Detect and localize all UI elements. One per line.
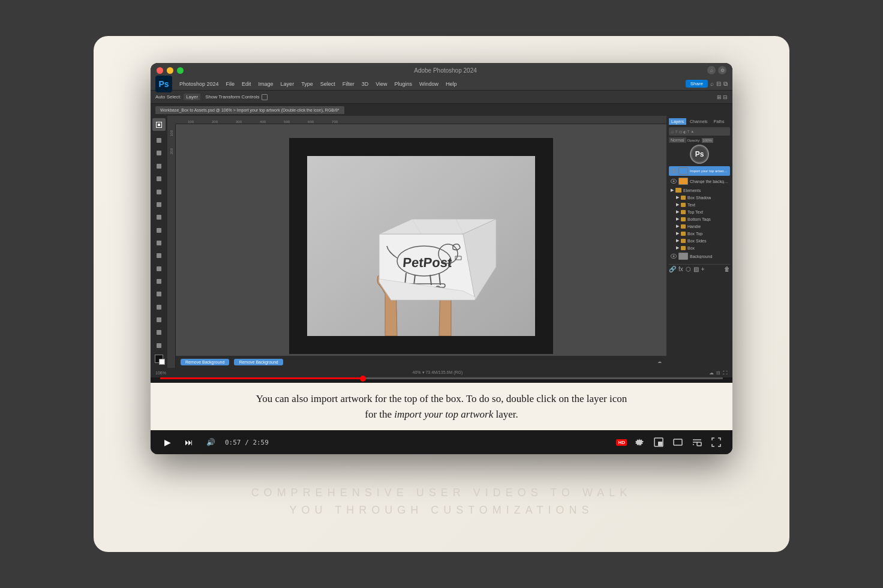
layer-background[interactable]: Background [669, 251, 730, 261]
layer-filter-kind[interactable]: ≡ [675, 130, 678, 134]
ps-select-tool[interactable] [153, 148, 165, 159]
ps-clone-tool[interactable] [153, 224, 165, 236]
opacity-value[interactable]: 100% [702, 138, 713, 143]
layer-folder-bottom-tags[interactable]: ▶ Bottom Tags [669, 215, 730, 223]
ps-heal-tool[interactable] [153, 199, 165, 210]
ps-search-icon[interactable]: ⌕ [710, 80, 714, 87]
show-transform-label: Show Transform Controls [205, 94, 259, 100]
ps-zoom-tool[interactable] [153, 340, 165, 351]
options-auto-select[interactable]: Layer [184, 94, 200, 100]
layer-eye-1[interactable] [671, 169, 677, 173]
menu-3d[interactable]: 3D [362, 81, 369, 87]
layer-filter-adj[interactable]: ◐ [683, 130, 686, 134]
play-button[interactable]: ▶ [160, 435, 175, 449]
link-layers-icon[interactable]: 🔗 [669, 266, 676, 272]
distribute-icon[interactable]: ⊟ [723, 94, 728, 100]
ps-full-btn[interactable]: ⛶ [723, 370, 728, 376]
settings-button[interactable] [633, 436, 646, 449]
mac-close-btn[interactable] [157, 67, 163, 74]
ruler-horizontal: 100 200 300 400 500 600 700 [176, 116, 666, 124]
ps-arrange-icon[interactable]: ⧉ [723, 80, 728, 88]
ps-canvas-area[interactable]: PetPost [176, 124, 666, 368]
ps-gradient-tool[interactable] [153, 263, 165, 274]
folder-arrow: ▶ [671, 188, 674, 193]
mac-search-btn[interactable]: ⌕ [707, 66, 716, 74]
ps-save-btn-canvas[interactable]: Remove Background [181, 359, 229, 365]
menu-view[interactable]: View [376, 81, 387, 87]
tab-channels[interactable]: Channels [687, 118, 710, 125]
tab-layers[interactable]: Layers [669, 118, 686, 125]
ps-eyedropper-tool[interactable] [153, 186, 165, 197]
mac-title-bar: Adobe Photoshop 2024 ⌕ ⚙ [151, 63, 732, 77]
layer-filter-pixel[interactable]: ⊡ [679, 130, 682, 134]
mac-settings-btn[interactable]: ⚙ [718, 66, 726, 74]
ps-share-btn[interactable]: Share [686, 80, 708, 88]
menu-edit[interactable]: Edit [242, 81, 251, 87]
delete-layer-icon[interactable]: 🗑 [724, 266, 730, 272]
fx-icon[interactable]: fx [678, 266, 683, 272]
tab-paths[interactable]: Paths [711, 118, 727, 125]
layer-import-top[interactable]: Import your top artwork (Double-click th… [669, 166, 730, 176]
mac-maximize-btn[interactable] [177, 67, 184, 74]
miniplayer-button[interactable] [652, 436, 665, 449]
layer-filter-shape[interactable]: ▲ [690, 130, 694, 134]
menu-file[interactable]: File [226, 81, 235, 87]
fullscreen-button[interactable] [710, 436, 723, 449]
layer-folder-box-shadow[interactable]: ▶ Box Shadow [669, 194, 730, 201]
menu-image[interactable]: Image [259, 81, 274, 87]
menu-plugins[interactable]: Plugins [395, 81, 413, 87]
layer-folder-top-text[interactable]: ▶ Top Text [669, 208, 730, 215]
ps-brush-tool[interactable] [153, 212, 165, 223]
ps-pen-tool[interactable] [153, 289, 165, 300]
transform-checkbox[interactable] [262, 94, 268, 100]
menu-photoshop[interactable]: Photoshop 2024 [179, 81, 219, 87]
menu-type[interactable]: Type [301, 81, 313, 87]
ps-arrange-btn[interactable]: ⊟ [716, 370, 720, 376]
ps-eraser-tool[interactable] [153, 250, 165, 262]
ps-canvas: PetPost [289, 138, 553, 354]
ps-move-tool[interactable] [153, 134, 165, 146]
normal-blend[interactable]: Normal [669, 137, 686, 143]
ps-document-tab[interactable]: Workbase_Box to Assets.psd @ 106% > Impo… [155, 106, 344, 114]
menu-select[interactable]: Select [320, 81, 335, 87]
ps-history-tool[interactable] [153, 237, 165, 248]
layer-folder-box[interactable]: ▶ Box [669, 244, 730, 251]
progress-bar-wrapper[interactable] [160, 377, 723, 379]
theater-button[interactable] [671, 436, 684, 449]
new-group-icon[interactable]: ▧ [693, 266, 699, 272]
ps-shape-tool[interactable] [153, 314, 165, 325]
cast-button[interactable] [690, 436, 704, 449]
ps-crop-tool[interactable] [153, 173, 165, 185]
layer-eye-bg[interactable] [671, 254, 677, 259]
layer-folder-handle[interactable]: ▶ Handie [669, 223, 730, 230]
ps-dodge-tool[interactable] [153, 275, 165, 287]
new-layer-icon[interactable]: + [701, 266, 705, 272]
subtitle-line2-prefix: for the [365, 409, 394, 420]
ps-inner: 100 200 [167, 124, 666, 368]
layer-filter-type[interactable]: T [687, 130, 690, 134]
ps-text-tool[interactable] [153, 301, 165, 313]
layer-folder-box-sides[interactable]: ▶ Box Sides [669, 237, 730, 244]
menu-filter[interactable]: Filter [343, 81, 355, 87]
layer-folder-box-top[interactable]: ▶ Box Top [669, 230, 730, 237]
layer-folder-text[interactable]: ▶ Text [669, 201, 730, 208]
layer-folder-elements[interactable]: ▶ Elements [669, 187, 730, 194]
menu-help[interactable]: Help [446, 81, 457, 87]
ps-workspace-icon[interactable]: ⊟ [716, 80, 721, 87]
mac-minimize-btn[interactable] [167, 67, 173, 74]
layer-thumb-1 [678, 167, 688, 175]
menu-layer[interactable]: Layer [281, 81, 295, 87]
ps-fg-color[interactable] [155, 355, 163, 363]
layer-change-bg[interactable]: Change the background... [669, 176, 730, 186]
layer-eye-2[interactable] [671, 179, 677, 184]
add-mask-icon[interactable]: ⬡ [686, 266, 691, 272]
volume-button[interactable]: 🔊 [203, 435, 218, 449]
ps-save-btn2[interactable]: Remove Background [234, 359, 283, 365]
ps-lasso-tool[interactable] [153, 160, 165, 172]
menu-window[interactable]: Window [419, 81, 439, 87]
skip-button[interactable]: ⏭ [182, 435, 196, 449]
ps-tool-active[interactable] [152, 118, 166, 131]
ps-hand-tool[interactable] [153, 327, 165, 338]
align-icon[interactable]: ⊞ [717, 94, 722, 100]
ps-cloud-icon[interactable]: ☁ [709, 370, 714, 376]
